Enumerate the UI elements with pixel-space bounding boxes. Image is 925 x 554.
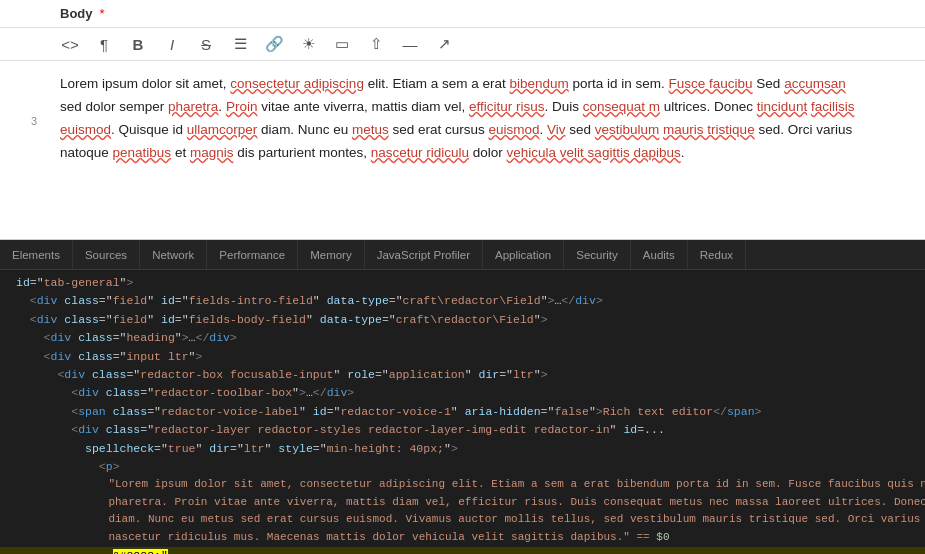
code-line: spellcheck="true" dir="ltr" style="min-h… xyxy=(0,440,925,458)
code-line: nascetur ridiculus mus. Maecenas mattis … xyxy=(0,529,925,547)
strikethrough-icon[interactable]: S xyxy=(196,34,216,54)
italic-icon[interactable]: I xyxy=(162,34,182,54)
code-line: <div class="redactor-toolbar-box">…</div… xyxy=(0,384,925,402)
tab-security[interactable]: Security xyxy=(564,240,631,269)
code-line: <div class="redactor-box focusable-input… xyxy=(0,366,925,384)
tab-javascript-profiler[interactable]: JavaScript Profiler xyxy=(365,240,483,269)
devtools-tabs: Elements Sources Network Performance Mem… xyxy=(0,240,925,270)
code-line: <div class="redactor-layer redactor-styl… xyxy=(0,421,925,439)
code-line: "Lorem ipsum dolor sit amet, consectetur… xyxy=(0,476,925,494)
code-line: pharetra. Proin vitae ante viverra, matt… xyxy=(0,494,925,512)
tab-redux[interactable]: Redux xyxy=(688,240,746,269)
code-line: <div class="heading">…</div> xyxy=(0,329,925,347)
code-line: <p> xyxy=(0,458,925,476)
editor-content[interactable]: Lorem ipsum dolor sit amet, consectetur … xyxy=(0,61,925,239)
tab-elements[interactable]: Elements xyxy=(0,240,73,269)
code-line-highlighted: &#8203;" xyxy=(0,547,925,554)
tab-sources[interactable]: Sources xyxy=(73,240,140,269)
code-line: <div class="field" id="fields-body-field… xyxy=(0,311,925,329)
bold-icon[interactable]: B xyxy=(128,34,148,54)
code-icon[interactable]: <> xyxy=(60,34,80,54)
editor-area: Body * <> ¶ B I S ☰ 🔗 ☀ ▭ ⇧ — ↗ Lorem ip… xyxy=(0,0,925,240)
code-line: <div class="field" id="fields-intro-fiel… xyxy=(0,292,925,310)
hr-icon[interactable]: — xyxy=(400,34,420,54)
fullscreen-icon[interactable]: ↗ xyxy=(434,34,454,54)
code-line: <span class="redactor-voice-label" id="r… xyxy=(0,403,925,421)
paragraph-icon[interactable]: ¶ xyxy=(94,34,114,54)
tab-audits[interactable]: Audits xyxy=(631,240,688,269)
line-number: 3 xyxy=(0,115,45,127)
link-icon[interactable]: 🔗 xyxy=(264,34,284,54)
devtools-panel: Elements Sources Network Performance Mem… xyxy=(0,240,925,554)
tab-memory[interactable]: Memory xyxy=(298,240,365,269)
media-icon[interactable]: ▭ xyxy=(332,34,352,54)
tab-application[interactable]: Application xyxy=(483,240,564,269)
code-panel: id="tab-general"> <div class="field" id=… xyxy=(0,270,925,554)
list-icon[interactable]: ☰ xyxy=(230,34,250,54)
image-icon[interactable]: ☀ xyxy=(298,34,318,54)
tab-performance[interactable]: Performance xyxy=(207,240,298,269)
code-line: id="tab-general"> xyxy=(0,274,925,292)
body-label: Body xyxy=(60,6,93,21)
code-line: <div class="input ltr"> xyxy=(0,348,925,366)
upload-icon[interactable]: ⇧ xyxy=(366,34,386,54)
editor-toolbar: <> ¶ B I S ☰ 🔗 ☀ ▭ ⇧ — ↗ xyxy=(0,27,925,61)
tab-network[interactable]: Network xyxy=(140,240,207,269)
code-line: diam. Nunc eu metus sed erat cursus euis… xyxy=(0,511,925,529)
editor-header: Body * xyxy=(0,0,925,27)
required-indicator: * xyxy=(100,6,105,21)
